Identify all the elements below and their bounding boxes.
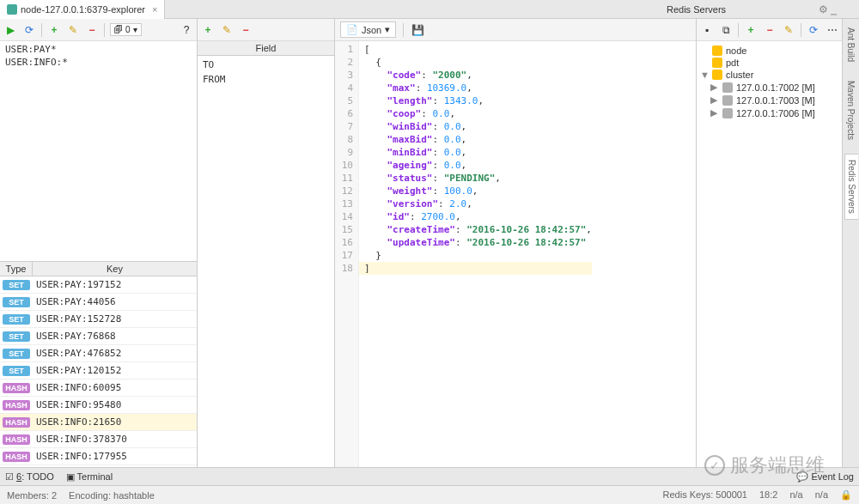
list-item[interactable]: FROM [203, 72, 329, 87]
table-row[interactable]: SETUSER:PAY:476852 [0, 345, 197, 362]
type-badge: SET [3, 366, 30, 376]
value-editor-panel: 📄 Json ▾ 💾 123456789101112131415161718 [… [335, 19, 696, 467]
duplicate-icon[interactable]: ⧉ [719, 23, 733, 37]
field-panel: + ✎ − Field TOFROM [198, 19, 335, 467]
more-icon[interactable]: ⋯ [825, 23, 839, 37]
delete-field-icon[interactable]: − [239, 23, 253, 37]
edit-icon[interactable]: ✎ [66, 23, 80, 37]
key-name: USER:INFO:60095 [33, 382, 197, 393]
edit-field-icon[interactable]: ✎ [220, 23, 234, 37]
table-row[interactable]: SETUSER:PAY:152728 [0, 311, 197, 328]
srv-icon [722, 82, 733, 93]
field-header: Field [198, 41, 334, 56]
filter-area[interactable]: USER:PAY* USER:INFO:* [0, 41, 197, 70]
code-content[interactable]: [ { "code": "2000", "max": 10369.0, "len… [359, 41, 597, 467]
tree-node[interactable]: ▼cluster [698, 69, 857, 81]
server-tree[interactable]: nodepdt▼cluster▶127.0.0.1:7002 [M]▶127.0… [697, 41, 859, 123]
todo-tab[interactable]: ☑ 6: TODO [5, 471, 54, 483]
table-row[interactable]: HASHUSER:INFO:378370 [0, 431, 197, 448]
gear-icon[interactable]: ⚙ ⎯ [819, 3, 837, 15]
table-row[interactable]: SETUSER:PAY:76868 [0, 328, 197, 345]
table-row[interactable]: SETUSER:PAY:44056 [0, 294, 197, 311]
tab-title: node-127.0.0.1:6379-explorer [21, 4, 145, 15]
tree-label: pdt [726, 58, 739, 68]
tool-window-bar: ☑ 6: TODO ▣ Terminal 💬 Event Log [0, 467, 859, 485]
status-members: Members: 2 [7, 490, 57, 501]
refresh-icon[interactable]: ⟳ [22, 23, 36, 37]
status-na1: n/a [789, 489, 802, 501]
table-row[interactable]: HASHUSER:INFO:177955 [0, 448, 197, 465]
col-key[interactable]: Key [33, 262, 197, 276]
tree-label: node [726, 46, 746, 56]
chevron-icon[interactable]: ▶ [710, 94, 719, 106]
type-badge: HASH [3, 452, 30, 462]
tree-node[interactable]: ▶127.0.0.1:7003 [M] [698, 94, 857, 106]
table-row[interactable]: HASHUSER:INFO:95480 [0, 397, 197, 414]
srv-icon [722, 108, 733, 118]
key-name: USER:INFO:378370 [33, 434, 197, 445]
save-icon[interactable]: 💾 [411, 23, 424, 37]
key-name: USER:INFO:177955 [33, 451, 197, 462]
key-name: USER:INFO:21650 [33, 416, 197, 428]
add-field-icon[interactable]: + [201, 23, 215, 37]
lock-icon: 🔒 [840, 489, 852, 501]
console-icon[interactable]: ▪ [700, 23, 714, 37]
servers-panel: ▪ ⧉ + − ✎ ⟳ ⋯ nodepdt▼cluster▶127.0.0.1:… [696, 19, 859, 467]
code-editor[interactable]: 123456789101112131415161718 [ { "code": … [335, 41, 696, 467]
editor-tab[interactable]: node-127.0.0.1:6379-explorer × [0, 0, 165, 19]
key-name: USER:PAY:197152 [33, 279, 197, 290]
key-list[interactable]: SETUSER:PAY:197152SETUSER:PAY:44056SETUS… [0, 276, 197, 467]
key-explorer-panel: ▶ ⟳ + ✎ − 🗐 0 ▾ ? USER:PAY* USER:INFO:* … [0, 19, 198, 467]
list-item[interactable]: TO [203, 58, 329, 72]
right-panel-title: Redis Servers [667, 4, 726, 15]
side-tab-redis[interactable]: Redis Servers [844, 154, 858, 220]
table-row[interactable]: HASHUSER:INFO:21650 [0, 414, 197, 431]
table-row[interactable]: SETUSER:PAY:120152 [0, 362, 197, 380]
field-toolbar: + ✎ − [198, 19, 334, 41]
format-selector[interactable]: 📄 Json ▾ [340, 21, 396, 38]
type-badge: HASH [3, 400, 30, 410]
help-icon[interactable]: ? [180, 23, 193, 37]
table-row[interactable]: HASHUSER:INFO:60095 [0, 380, 197, 397]
tree-node[interactable]: ▶127.0.0.1:7002 [M] [698, 81, 857, 94]
col-type[interactable]: Type [0, 262, 33, 276]
type-badge: HASH [3, 383, 30, 393]
add-icon[interactable]: + [47, 23, 61, 37]
tree-node[interactable]: node [698, 45, 857, 57]
type-badge: SET [3, 280, 30, 290]
type-badge: SET [3, 331, 30, 342]
table-row[interactable]: SETUSER:PAY:197152 [0, 276, 197, 294]
db-selector[interactable]: 🗐 0 ▾ [110, 23, 142, 36]
key-name: USER:PAY:120152 [33, 365, 197, 376]
key-name: USER:PAY:152728 [33, 313, 197, 325]
tree-node[interactable]: pdt [698, 57, 857, 69]
refresh-servers-icon[interactable]: ⟳ [807, 23, 820, 37]
tree-label: cluster [726, 70, 753, 80]
run-icon[interactable]: ▶ [3, 23, 17, 37]
add-server-icon[interactable]: + [744, 23, 758, 37]
chevron-icon[interactable]: ▶ [710, 107, 719, 118]
db-icon [712, 46, 722, 56]
chevron-icon[interactable]: ▶ [710, 82, 719, 93]
remove-server-icon[interactable]: − [763, 23, 777, 37]
field-list[interactable]: TOFROM [198, 56, 334, 467]
event-log-tab[interactable]: 💬 Event Log [796, 471, 854, 483]
terminal-tab[interactable]: ▣ Terminal [66, 471, 113, 483]
delete-icon[interactable]: − [85, 23, 99, 37]
type-badge: HASH [3, 417, 30, 428]
edit-server-icon[interactable]: ✎ [782, 23, 795, 37]
tree-label: 127.0.0.1:7002 [M] [736, 82, 815, 93]
status-keys: Redis Keys: 500001 [663, 489, 747, 501]
key-name: USER:PAY:476852 [33, 348, 197, 359]
key-name: USER:PAY:76868 [33, 331, 197, 342]
chevron-icon[interactable]: ▼ [700, 70, 709, 80]
type-badge: SET [3, 297, 30, 307]
type-badge: SET [3, 314, 30, 325]
side-tab-maven[interactable]: Maven Projects [844, 76, 857, 145]
right-side-tabs: Ant Build Maven Projects Redis Servers [842, 19, 859, 467]
db-icon [712, 58, 722, 68]
close-icon[interactable]: × [152, 4, 157, 15]
right-panel-header: Redis Servers ⚙ ⎯ [661, 0, 842, 19]
tree-node[interactable]: ▶127.0.0.1:7006 [M] [698, 106, 857, 119]
side-tab-ant[interactable]: Ant Build [844, 22, 857, 67]
